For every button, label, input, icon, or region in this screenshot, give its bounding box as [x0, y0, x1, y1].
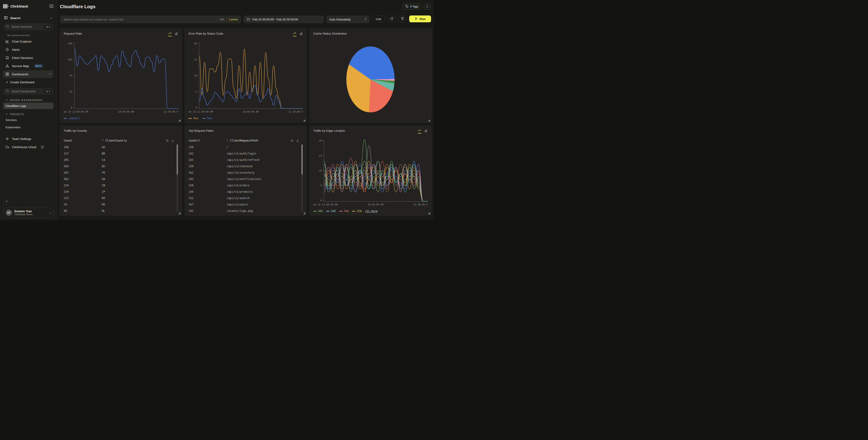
plot-area[interactable]: [199, 42, 303, 109]
drag-handle-icon[interactable]: ⠿: [226, 139, 228, 142]
create-dashboard-label: Create Dashboard: [10, 80, 34, 84]
date-range-picker[interactable]: Feb 24 00:00:00 - Feb 25 00:00:00: [244, 15, 324, 23]
cell-count: 167: [189, 203, 226, 206]
sidebar-section-search[interactable]: Search: [3, 16, 54, 20]
tag-icon: [405, 5, 408, 9]
legend-item[interactable]: 4xx: [189, 117, 198, 120]
plot-area[interactable]: [74, 42, 178, 109]
saved-searches-input[interactable]: ⌘ K: [3, 24, 54, 30]
tags-button[interactable]: 0 Tags: [402, 3, 421, 10]
cell-value: /api/v1/notifications: [226, 177, 261, 181]
legend-item[interactable]: count(): [64, 117, 80, 120]
run-button[interactable]: Run: [409, 15, 431, 22]
chevron-up-icon[interactable]: [49, 73, 51, 75]
plot-area[interactable]: [324, 139, 428, 202]
legend-item[interactable]: FRA: [339, 209, 349, 213]
saved-dashboards-field[interactable]: [11, 90, 42, 93]
line-chart-toggle-icon[interactable]: [293, 32, 297, 36]
line-chart-toggle-icon[interactable]: [168, 32, 172, 36]
table-row: 167/api/v1/users: [189, 201, 303, 208]
lucene-toggle[interactable]: Lucene: [229, 18, 238, 21]
saved-dashboards-input[interactable]: ⌘ K: [3, 88, 54, 95]
scrollbar-thumb[interactable]: [302, 144, 303, 174]
clickstack-logo-icon: [3, 4, 8, 8]
sidebar-item-label: Dashboards: [12, 73, 28, 76]
bar-chart-toggle-icon[interactable]: [175, 32, 178, 36]
legend-more-link[interactable]: +11 more: [365, 209, 377, 213]
legend-label: EWR: [331, 209, 336, 213]
column-header[interactable]: Count: [64, 139, 102, 142]
refresh-button[interactable]: [388, 15, 396, 22]
filter-button[interactable]: [399, 15, 406, 22]
sidebar-item-team-settings[interactable]: Team Settings: [3, 135, 54, 143]
y-axis: 20151050: [313, 139, 324, 202]
divider: [227, 18, 227, 21]
y-axis-label: 35: [69, 91, 72, 93]
legend-item[interactable]: SIN: [352, 209, 362, 213]
granularity-value: Auto Granularity: [329, 18, 351, 21]
sidebar-item-client-sessions[interactable]: Client Sessions: [3, 54, 54, 62]
topbar: Cloudflare Logs 0 Tags: [57, 0, 434, 13]
sidebar-collapse-icon[interactable]: [50, 4, 54, 8]
sidebar-item-dashboards[interactable]: Dashboards: [3, 70, 54, 78]
cell-count: 163: [189, 158, 226, 162]
resize-handle[interactable]: [304, 212, 305, 214]
table-row: 152/api/v1/search: [189, 195, 303, 201]
event-search-box[interactable]: SQL Lucene: [60, 15, 241, 23]
sidebar-item-cloudflare-logs[interactable]: Cloudflare Logs: [3, 103, 54, 109]
chevron-up-icon[interactable]: [50, 17, 53, 20]
create-dashboard-button[interactable]: + Create Dashboard: [6, 79, 54, 85]
legend-item[interactable]: EWR: [326, 209, 336, 213]
legend-item[interactable]: 5xx: [203, 117, 212, 120]
sidebar-item-clickhouse-cloud[interactable]: ClickHouse Cloud: [3, 143, 54, 151]
sidebar-item-service-map[interactable]: Service Map BETA: [3, 62, 54, 70]
user-menu[interactable]: DT Dominic Tran ClickStack Demo ›: [3, 208, 54, 218]
sidebar-item-services[interactable]: Services: [3, 117, 54, 123]
x-axis-label: eb 24 12:00:00 AM: [313, 203, 338, 206]
refresh-icon: [390, 17, 394, 21]
download-icon[interactable]: [296, 139, 299, 142]
bar-chart-toggle-icon[interactable]: [424, 129, 428, 134]
resize-handle[interactable]: [428, 120, 430, 121]
saved-searches-field[interactable]: [11, 25, 42, 29]
wrap-text-icon[interactable]: [165, 139, 169, 142]
help-button[interactable]: ?: [3, 198, 10, 205]
line-series: [74, 48, 178, 108]
resize-handle[interactable]: [179, 212, 180, 214]
table-row: 158/api/v1/orders: [189, 182, 303, 189]
pie-chart[interactable]: [346, 46, 395, 112]
event-search-input[interactable]: [63, 18, 217, 22]
bar-chart-toggle-icon[interactable]: [300, 32, 303, 36]
drag-handle-icon[interactable]: ⠿: [102, 139, 103, 142]
column-header[interactable]: ClientCountry: [105, 139, 127, 142]
table-scrollbar[interactable]: [177, 144, 178, 212]
download-icon[interactable]: [171, 139, 175, 142]
resize-handle[interactable]: [179, 120, 180, 121]
column-header[interactable]: count(): [189, 139, 226, 142]
legend-item[interactable]: ORD: [313, 209, 323, 213]
wrap-text-icon[interactable]: [290, 139, 293, 142]
granularity-select[interactable]: Auto Granularity: [327, 15, 369, 23]
plus-icon: +: [6, 81, 8, 83]
sidebar-item-kubernetes[interactable]: Kubernetes: [3, 124, 54, 130]
table-row: 154IN: [64, 182, 178, 189]
y-axis-label: 0: [71, 106, 72, 109]
sidebar-item-chart-explorer[interactable]: Chart Explorer: [3, 38, 54, 45]
data-table: Count ⠿ ClientCountry: [64, 137, 178, 213]
line-chart-toggle-icon[interactable]: [418, 129, 421, 134]
live-button[interactable]: Live: [372, 15, 385, 22]
resize-handle[interactable]: [304, 120, 305, 121]
legend-swatch: [313, 211, 316, 211]
scrollbar-thumb[interactable]: [177, 144, 178, 174]
sidebar-item-alerts[interactable]: Alerts: [3, 46, 54, 54]
cell-count: 142: [189, 152, 226, 155]
presets-section-label[interactable]: PRESETS: [5, 113, 54, 116]
play-icon: [415, 17, 418, 21]
column-header[interactable]: ClientRequestPath: [230, 139, 258, 142]
sql-toggle[interactable]: SQL: [219, 18, 225, 21]
y-axis-label: 70: [69, 74, 72, 77]
table-scrollbar[interactable]: [301, 144, 303, 212]
panel-menu-button[interactable]: [424, 3, 431, 10]
resize-handle[interactable]: [428, 212, 430, 214]
saved-dashboards-section-label[interactable]: SAVED DASHBOARDS: [5, 99, 54, 102]
